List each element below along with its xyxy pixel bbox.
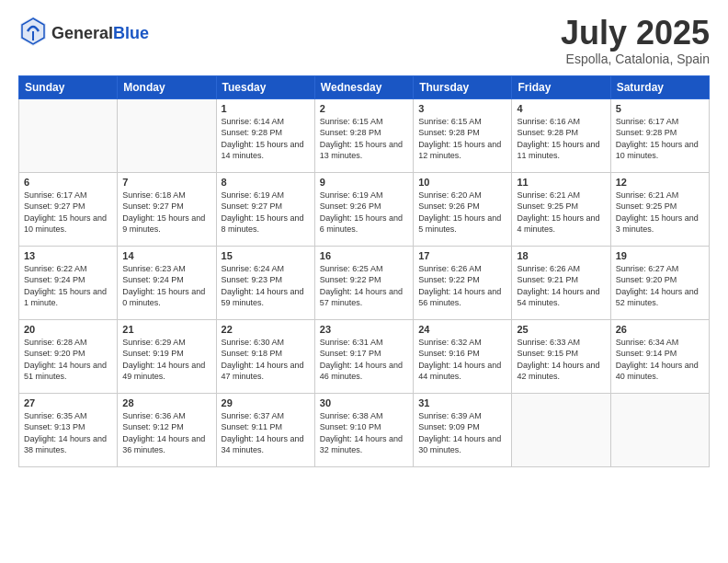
table-row: 21Sunrise: 6:29 AMSunset: 9:19 PMDayligh… [118,319,216,393]
table-row: 25Sunrise: 6:33 AMSunset: 9:15 PMDayligh… [512,319,610,393]
day-number: 31 [418,397,506,408]
day-info: Sunrise: 6:21 AMSunset: 9:25 PMDaylight:… [616,190,704,236]
table-row: 17Sunrise: 6:26 AMSunset: 9:22 PMDayligh… [414,246,512,319]
table-row: 14Sunrise: 6:23 AMSunset: 9:24 PMDayligh… [118,246,216,319]
day-info: Sunrise: 6:14 AMSunset: 9:28 PMDaylight:… [222,116,310,162]
day-info: Sunrise: 6:19 AMSunset: 9:27 PMDaylight:… [222,190,310,236]
day-info: Sunrise: 6:26 AMSunset: 9:21 PMDaylight:… [517,263,605,309]
day-info: Sunrise: 6:37 AMSunset: 9:11 PMDaylight:… [222,410,310,456]
header-monday: Monday [118,75,216,98]
header-friday: Friday [512,75,610,98]
logo-general-text: GeneralBlue [51,25,149,42]
day-info: Sunrise: 6:35 AMSunset: 9:13 PMDaylight:… [24,410,112,456]
day-number: 21 [122,324,210,335]
calendar-week-row: 13Sunrise: 6:22 AMSunset: 9:24 PMDayligh… [19,246,710,319]
day-info: Sunrise: 6:24 AMSunset: 9:23 PMDaylight:… [222,263,310,309]
day-number: 4 [517,103,605,114]
day-info: Sunrise: 6:19 AMSunset: 9:26 PMDaylight:… [320,190,408,236]
page: GeneralBlue July 2025 Espolla, Catalonia… [0,0,728,563]
header-sunday: Sunday [19,75,118,98]
table-row: 24Sunrise: 6:32 AMSunset: 9:16 PMDayligh… [414,319,512,393]
day-number: 25 [517,324,605,335]
day-number: 20 [24,324,112,335]
table-row: 30Sunrise: 6:38 AMSunset: 9:10 PMDayligh… [314,393,413,466]
header-saturday: Saturday [610,75,709,98]
day-number: 18 [517,250,605,261]
table-row: 13Sunrise: 6:22 AMSunset: 9:24 PMDayligh… [19,246,118,319]
table-row [512,393,610,466]
table-row: 11Sunrise: 6:21 AMSunset: 9:25 PMDayligh… [512,172,610,246]
calendar-week-row: 1Sunrise: 6:14 AMSunset: 9:28 PMDaylight… [19,98,710,172]
table-row [19,98,118,172]
day-number: 14 [122,250,210,261]
weekday-header-row: Sunday Monday Tuesday Wednesday Thursday… [19,75,710,98]
day-number: 13 [24,250,112,261]
day-info: Sunrise: 6:22 AMSunset: 9:24 PMDaylight:… [24,263,112,309]
table-row: 18Sunrise: 6:26 AMSunset: 9:21 PMDayligh… [512,246,610,319]
day-number: 11 [517,177,605,188]
title-block: July 2025 Espolla, Catalonia, Spain [561,15,710,66]
day-info: Sunrise: 6:36 AMSunset: 9:12 PMDaylight:… [122,410,210,456]
table-row: 9Sunrise: 6:19 AMSunset: 9:26 PMDaylight… [314,172,413,246]
day-number: 28 [122,397,210,408]
day-number: 8 [222,177,310,188]
day-info: Sunrise: 6:25 AMSunset: 9:22 PMDaylight:… [320,263,408,309]
day-number: 24 [418,324,506,335]
day-number: 16 [320,250,408,261]
table-row [610,393,709,466]
day-number: 12 [616,177,704,188]
day-number: 23 [320,324,408,335]
day-number: 19 [616,250,704,261]
calendar-week-row: 20Sunrise: 6:28 AMSunset: 9:20 PMDayligh… [19,319,710,393]
day-info: Sunrise: 6:17 AMSunset: 9:28 PMDaylight:… [616,116,704,162]
day-info: Sunrise: 6:29 AMSunset: 9:19 PMDaylight:… [122,337,210,383]
day-number: 27 [24,397,112,408]
day-info: Sunrise: 6:15 AMSunset: 9:28 PMDaylight:… [320,116,408,162]
table-row: 29Sunrise: 6:37 AMSunset: 9:11 PMDayligh… [216,393,314,466]
header-tuesday: Tuesday [216,75,314,98]
day-info: Sunrise: 6:28 AMSunset: 9:20 PMDaylight:… [24,337,112,383]
table-row: 20Sunrise: 6:28 AMSunset: 9:20 PMDayligh… [19,319,118,393]
day-info: Sunrise: 6:27 AMSunset: 9:20 PMDaylight:… [616,263,704,309]
table-row: 6Sunrise: 6:17 AMSunset: 9:27 PMDaylight… [19,172,118,246]
header: GeneralBlue July 2025 Espolla, Catalonia… [18,15,710,66]
header-thursday: Thursday [414,75,512,98]
day-info: Sunrise: 6:16 AMSunset: 9:28 PMDaylight:… [517,116,605,162]
table-row: 19Sunrise: 6:27 AMSunset: 9:20 PMDayligh… [610,246,709,319]
location-title: Espolla, Catalonia, Spain [561,52,710,66]
table-row [118,98,216,172]
day-info: Sunrise: 6:20 AMSunset: 9:26 PMDaylight:… [418,190,506,236]
table-row: 27Sunrise: 6:35 AMSunset: 9:13 PMDayligh… [19,393,118,466]
calendar-week-row: 6Sunrise: 6:17 AMSunset: 9:27 PMDaylight… [19,172,710,246]
table-row: 2Sunrise: 6:15 AMSunset: 9:28 PMDaylight… [314,98,413,172]
table-row: 26Sunrise: 6:34 AMSunset: 9:14 PMDayligh… [610,319,709,393]
day-info: Sunrise: 6:30 AMSunset: 9:18 PMDaylight:… [222,337,310,383]
table-row: 16Sunrise: 6:25 AMSunset: 9:22 PMDayligh… [314,246,413,319]
table-row: 22Sunrise: 6:30 AMSunset: 9:18 PMDayligh… [216,319,314,393]
table-row: 3Sunrise: 6:15 AMSunset: 9:28 PMDaylight… [414,98,512,172]
day-info: Sunrise: 6:32 AMSunset: 9:16 PMDaylight:… [418,337,506,383]
day-info: Sunrise: 6:39 AMSunset: 9:09 PMDaylight:… [418,410,506,456]
day-number: 2 [320,103,408,114]
table-row: 5Sunrise: 6:17 AMSunset: 9:28 PMDaylight… [610,98,709,172]
logo-icon [18,15,48,48]
day-info: Sunrise: 6:15 AMSunset: 9:28 PMDaylight:… [418,116,506,162]
month-title: July 2025 [561,15,710,52]
day-info: Sunrise: 6:26 AMSunset: 9:22 PMDaylight:… [418,263,506,309]
day-number: 6 [24,177,112,188]
calendar-table: Sunday Monday Tuesday Wednesday Thursday… [18,75,710,467]
table-row: 31Sunrise: 6:39 AMSunset: 9:09 PMDayligh… [414,393,512,466]
header-wednesday: Wednesday [314,75,413,98]
day-number: 5 [616,103,704,114]
day-number: 17 [418,250,506,261]
table-row: 15Sunrise: 6:24 AMSunset: 9:23 PMDayligh… [216,246,314,319]
day-info: Sunrise: 6:18 AMSunset: 9:27 PMDaylight:… [122,190,210,236]
day-info: Sunrise: 6:21 AMSunset: 9:25 PMDaylight:… [517,190,605,236]
table-row: 8Sunrise: 6:19 AMSunset: 9:27 PMDaylight… [216,172,314,246]
table-row: 1Sunrise: 6:14 AMSunset: 9:28 PMDaylight… [216,98,314,172]
day-info: Sunrise: 6:23 AMSunset: 9:24 PMDaylight:… [122,263,210,309]
day-number: 30 [320,397,408,408]
day-info: Sunrise: 6:34 AMSunset: 9:14 PMDaylight:… [616,337,704,383]
day-number: 15 [222,250,310,261]
table-row: 12Sunrise: 6:21 AMSunset: 9:25 PMDayligh… [610,172,709,246]
